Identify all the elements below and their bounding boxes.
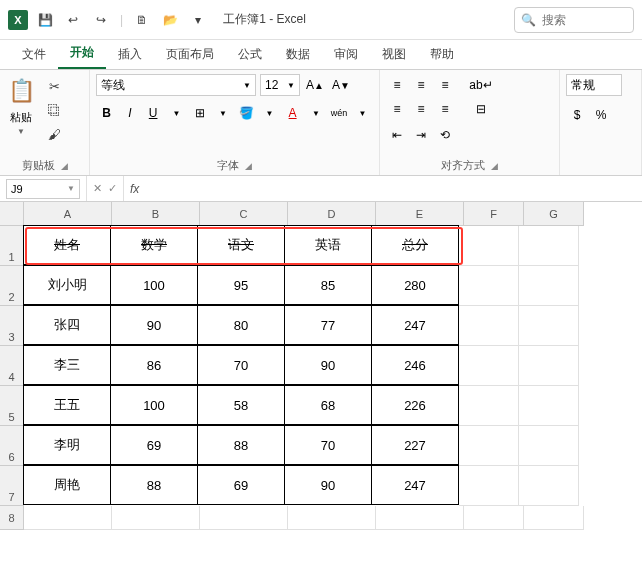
align-bottom-icon[interactable]: ≡	[434, 74, 456, 96]
fx-icon[interactable]: fx	[124, 182, 145, 196]
cell[interactable]: 88	[197, 425, 285, 465]
cell[interactable]: 张四	[23, 305, 111, 345]
cell[interactable]	[519, 266, 579, 306]
cell[interactable]: 80	[197, 305, 285, 345]
paste-button[interactable]: 📋 粘贴 ▼	[6, 74, 36, 136]
cell[interactable]: 246	[371, 345, 459, 385]
decrease-font-icon[interactable]: A▼	[330, 74, 352, 96]
cell[interactable]: 77	[284, 305, 372, 345]
row-header-8[interactable]: 8	[0, 506, 24, 530]
row-header-4[interactable]: 4	[0, 346, 24, 386]
cell[interactable]: 70	[197, 345, 285, 385]
tab-help[interactable]: 帮助	[418, 40, 466, 69]
align-left-icon[interactable]: ≡	[386, 98, 408, 120]
row-header-7[interactable]: 7	[0, 466, 24, 506]
indent-increase-icon[interactable]: ⇥	[410, 124, 432, 146]
cell[interactable]: 280	[371, 265, 459, 305]
cell[interactable]: 李三	[23, 345, 111, 385]
row-header-5[interactable]: 5	[0, 386, 24, 426]
cell[interactable]: 90	[284, 465, 372, 505]
cell[interactable]: 周艳	[23, 465, 111, 505]
cell[interactable]: 李明	[23, 425, 111, 465]
cell[interactable]	[459, 386, 519, 426]
increase-font-icon[interactable]: A▲	[304, 74, 326, 96]
cell[interactable]: 247	[371, 465, 459, 505]
bold-button[interactable]: B	[96, 102, 117, 124]
formula-input[interactable]	[145, 176, 642, 201]
tab-home[interactable]: 开始	[58, 38, 106, 69]
align-center-icon[interactable]: ≡	[410, 98, 432, 120]
font-size-select[interactable]: 12▼	[260, 74, 300, 96]
cell[interactable]: 90	[110, 305, 198, 345]
cell[interactable]: 58	[197, 385, 285, 425]
cell[interactable]	[459, 266, 519, 306]
tab-insert[interactable]: 插入	[106, 40, 154, 69]
cell[interactable]: 100	[110, 385, 198, 425]
row-header-3[interactable]: 3	[0, 306, 24, 346]
cell[interactable]: 69	[197, 465, 285, 505]
align-right-icon[interactable]: ≡	[434, 98, 456, 120]
border-button[interactable]: ⊞	[189, 102, 210, 124]
tab-formulas[interactable]: 公式	[226, 40, 274, 69]
wrap-text-icon[interactable]: ab↵	[468, 74, 494, 96]
col-header-A[interactable]: A	[24, 202, 112, 226]
tab-page-layout[interactable]: 页面布局	[154, 40, 226, 69]
percent-icon[interactable]: %	[590, 104, 612, 126]
row-header-6[interactable]: 6	[0, 426, 24, 466]
col-header-F[interactable]: F	[464, 202, 524, 226]
cell[interactable]	[464, 506, 524, 530]
cell[interactable]: 226	[371, 385, 459, 425]
cell[interactable]: 69	[110, 425, 198, 465]
col-header-D[interactable]: D	[288, 202, 376, 226]
font-launcher-icon[interactable]: ◢	[245, 161, 252, 171]
tab-review[interactable]: 审阅	[322, 40, 370, 69]
cell[interactable]	[459, 226, 519, 266]
new-file-icon[interactable]: 🗎	[131, 9, 153, 31]
cell[interactable]	[112, 506, 200, 530]
font-name-select[interactable]: 等线▼	[96, 74, 256, 96]
cell[interactable]: 姓名	[23, 225, 111, 265]
clipboard-launcher-icon[interactable]: ◢	[61, 161, 68, 171]
col-header-G[interactable]: G	[524, 202, 584, 226]
cell[interactable]: 英语	[284, 225, 372, 265]
font-color-button[interactable]: A	[282, 102, 303, 124]
cell[interactable]	[459, 466, 519, 506]
cell[interactable]	[524, 506, 584, 530]
tab-data[interactable]: 数据	[274, 40, 322, 69]
cell[interactable]	[200, 506, 288, 530]
cell[interactable]	[459, 346, 519, 386]
cell[interactable]: 刘小明	[23, 265, 111, 305]
tab-file[interactable]: 文件	[10, 40, 58, 69]
cell[interactable]	[519, 346, 579, 386]
cell[interactable]	[519, 426, 579, 466]
cell[interactable]: 语文	[197, 225, 285, 265]
cell[interactable]: 68	[284, 385, 372, 425]
undo-icon[interactable]: ↩	[62, 9, 84, 31]
row-header-2[interactable]: 2	[0, 266, 24, 306]
cell[interactable]: 95	[197, 265, 285, 305]
cut-icon[interactable]: ✂	[44, 76, 64, 96]
cell[interactable]	[519, 466, 579, 506]
fill-color-button[interactable]: 🪣	[236, 102, 257, 124]
search-box[interactable]: 🔍	[514, 7, 634, 33]
cell[interactable]: 70	[284, 425, 372, 465]
cell[interactable]	[376, 506, 464, 530]
align-middle-icon[interactable]: ≡	[410, 74, 432, 96]
align-launcher-icon[interactable]: ◢	[491, 161, 498, 171]
phonetic-button[interactable]: wén	[329, 102, 350, 124]
fill-more-icon[interactable]: ▼	[259, 102, 280, 124]
col-header-C[interactable]: C	[200, 202, 288, 226]
grid[interactable]: 姓名 数学 语文 英语 总分 刘小明 100 95 85 280 张四 90 8…	[24, 226, 584, 530]
search-input[interactable]	[542, 13, 622, 27]
indent-decrease-icon[interactable]: ⇤	[386, 124, 408, 146]
save-icon[interactable]: 💾	[34, 9, 56, 31]
cell[interactable]	[519, 306, 579, 346]
col-header-E[interactable]: E	[376, 202, 464, 226]
merge-cells-icon[interactable]: ⊟	[468, 98, 494, 120]
underline-more-icon[interactable]: ▼	[166, 102, 187, 124]
qat-more-icon[interactable]: ▾	[187, 9, 209, 31]
cell[interactable]	[519, 226, 579, 266]
cell[interactable]: 100	[110, 265, 198, 305]
align-top-icon[interactable]: ≡	[386, 74, 408, 96]
font-color-more-icon[interactable]: ▼	[305, 102, 326, 124]
